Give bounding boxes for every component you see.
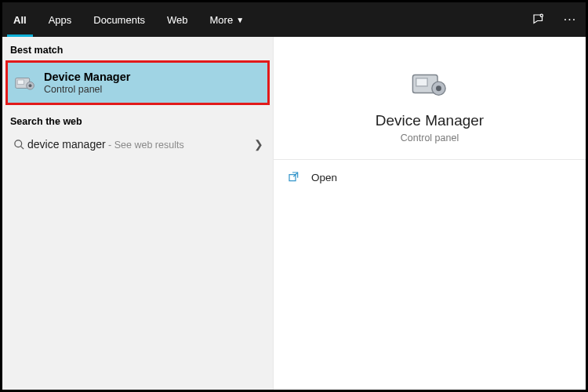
open-action[interactable]: Open <box>274 160 586 194</box>
best-match-title: Device Manager <box>44 71 130 83</box>
feedback-icon[interactable] <box>523 2 554 37</box>
preview-title: Device Manager <box>274 112 586 129</box>
ellipsis-icon: ··· <box>564 13 576 27</box>
preview-panel: Device Manager Control panel Open <box>274 37 586 390</box>
svg-rect-2 <box>17 79 24 84</box>
web-query: device manager <box>27 138 106 151</box>
tab-label: All <box>13 14 27 26</box>
search-web-label: Search the web <box>2 108 273 132</box>
best-match-label: Best match <box>2 37 273 60</box>
best-match-subtitle: Control panel <box>44 84 130 95</box>
device-manager-icon <box>411 65 448 103</box>
tab-label: Apps <box>49 14 72 26</box>
open-icon <box>288 171 300 183</box>
tab-more[interactable]: More▼ <box>199 2 256 37</box>
tab-label: More <box>210 14 234 26</box>
svg-point-0 <box>540 14 543 16</box>
more-options-icon[interactable]: ··· <box>554 2 586 37</box>
web-suffix: - See web results <box>106 140 184 151</box>
svg-point-10 <box>436 85 441 91</box>
web-search-result[interactable]: device manager - See web results ❯ <box>2 132 273 157</box>
best-match-text: Device Manager Control panel <box>44 71 130 95</box>
tab-label: Documents <box>93 14 145 26</box>
tab-apps[interactable]: Apps <box>38 2 83 37</box>
open-label: Open <box>311 172 337 183</box>
search-header: All Apps Documents Web More▼ ··· <box>2 2 586 37</box>
svg-point-5 <box>14 140 21 147</box>
web-search-text: device manager - See web results <box>27 138 254 151</box>
tab-documents[interactable]: Documents <box>82 2 156 37</box>
chevron-down-icon: ▼ <box>236 16 244 24</box>
search-icon <box>10 139 27 151</box>
preview-subtitle: Control panel <box>274 132 586 143</box>
chevron-right-icon: ❯ <box>254 138 263 151</box>
svg-rect-8 <box>416 78 427 86</box>
svg-point-4 <box>29 84 32 87</box>
tab-all[interactable]: All <box>2 2 38 37</box>
device-manager-icon <box>14 72 36 94</box>
preview-header: Device Manager Control panel <box>274 37 586 160</box>
results-panel: Best match Device Manager Control panel … <box>2 37 274 390</box>
best-match-result[interactable]: Device Manager Control panel <box>5 60 270 105</box>
svg-line-6 <box>20 146 24 149</box>
tab-label: Web <box>167 14 188 26</box>
tab-web[interactable]: Web <box>156 2 199 37</box>
